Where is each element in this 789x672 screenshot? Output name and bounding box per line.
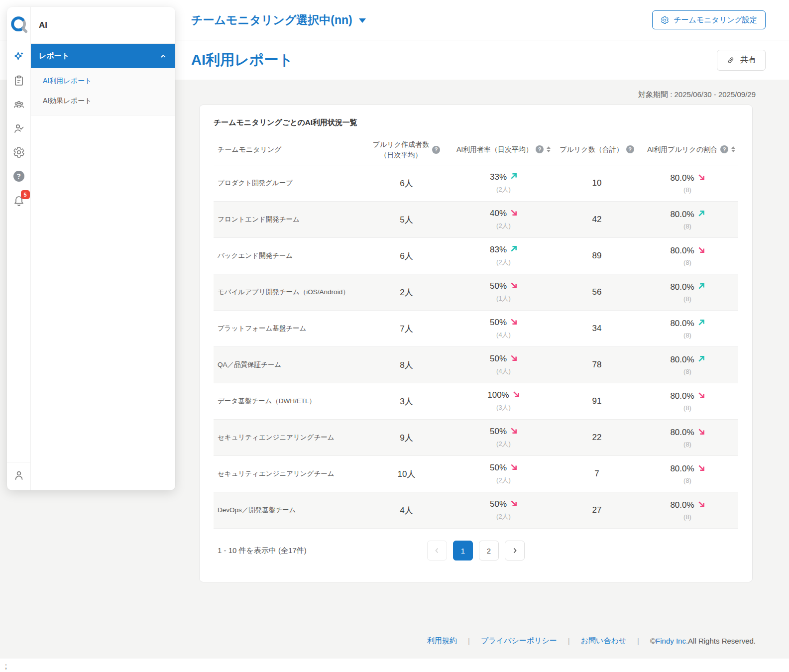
rate-sub-value: (3人) [450, 403, 557, 412]
team-monitoring-selector[interactable]: チームモニタリング選択中(nn) [191, 12, 366, 28]
teams-group-icon[interactable] [13, 99, 25, 111]
team-selector-label: チームモニタリング選択中(nn) [191, 12, 352, 28]
help-icon[interactable]: ? [432, 146, 440, 154]
column-ai-pr-ratio: AI利用プルリクの割合 ? [637, 144, 738, 154]
member-check-icon[interactable] [13, 122, 25, 134]
ai-usage-rate-cell: 50% (2人) [450, 499, 557, 521]
page-button-1[interactable]: 1 [453, 541, 473, 560]
pr-authors-value: 6人 [363, 178, 450, 189]
trend-down-icon [510, 318, 517, 325]
page-button-2[interactable]: 2 [479, 541, 499, 560]
rate-trend [510, 245, 517, 255]
prev-page-button[interactable] [427, 541, 447, 560]
footer-links: 利用規約|プライバシーポリシー|お問い合わせ| [427, 636, 650, 646]
rate-value: 50% [490, 354, 507, 364]
chevron-down-icon [359, 18, 366, 23]
trend-down-icon [510, 354, 517, 361]
ratio-sub-value: (8) [637, 186, 738, 194]
next-page-button[interactable] [505, 541, 525, 560]
footer-separator: | [637, 637, 639, 645]
notifications-bell-icon[interactable]: 5 [13, 194, 25, 206]
team-monitoring-settings-button[interactable]: チームモニタリング設定 [652, 10, 766, 29]
table-row: バックエンド開発チーム 6人 83% (2人) 89 80.0% (8) [214, 238, 738, 274]
footer-link[interactable]: プライバシーポリシー [481, 636, 557, 646]
ai-usage-rate-cell: 33% (2人) [450, 172, 557, 194]
findy-logo[interactable] [9, 15, 28, 34]
account-person-icon[interactable] [13, 469, 25, 481]
help-icon[interactable]: ? [626, 145, 634, 153]
trend-down-icon [698, 428, 705, 435]
page-title: AI利用レポート [191, 50, 293, 70]
period-label: 対象期間 : 2025/06/30 - 2025/09/29 [638, 90, 756, 100]
pr-authors-value: 6人 [363, 250, 450, 262]
column-team: チームモニタリング [214, 144, 363, 154]
ratio-trend [698, 173, 705, 183]
table-row: モバイルアプリ開発チーム（iOS/Android） 2人 50% (1人) 56… [214, 274, 738, 311]
ai-usage-rate-cell: 83% (2人) [450, 245, 557, 267]
rate-trend [510, 354, 517, 364]
ratio-sub-value: (8) [637, 223, 738, 230]
trend-down-icon [510, 209, 517, 216]
ratio-value: 80.0% [670, 246, 694, 256]
team-name: データ基盤チーム（DWH/ETL） [214, 397, 363, 406]
trend-up-icon [510, 173, 517, 180]
rate-trend [510, 209, 517, 219]
rate-value: 50% [490, 463, 507, 473]
sort-icon[interactable] [731, 146, 735, 152]
sidebar-item-ai-effect-report[interactable]: AI効果レポート [31, 91, 175, 111]
ratio-sub-value: (8) [637, 441, 738, 448]
pr-total-value: 22 [557, 433, 637, 443]
team-name: DevOps／開発基盤チーム [214, 506, 363, 515]
footer-link[interactable]: 利用規約 [427, 636, 457, 646]
ai-pr-ratio-cell: 80.0% (8) [637, 210, 738, 230]
pr-authors-value: 4人 [363, 505, 450, 516]
ai-pr-ratio-cell: 80.0% (8) [637, 428, 738, 448]
rate-value: 50% [490, 427, 507, 437]
ratio-trend [698, 246, 705, 256]
settings-gear-icon[interactable] [13, 146, 25, 158]
ai-usage-rate-cell: 50% (1人) [450, 281, 557, 303]
ai-pr-ratio-cell: 80.0% (8) [637, 500, 738, 521]
stray-character: ; [5, 662, 7, 670]
sort-icon[interactable] [547, 146, 551, 152]
ratio-value: 80.0% [670, 464, 694, 474]
trend-down-icon [698, 392, 705, 399]
help-icon[interactable]: ? [720, 145, 728, 153]
footer-link[interactable]: お問い合わせ [581, 636, 626, 646]
pr-total-value: 10 [557, 178, 637, 188]
sidebar-item-ai-usage-report[interactable]: AI利用レポート [31, 71, 175, 91]
table-title: チームモニタリングごとのAI利用状況一覧 [214, 118, 738, 127]
ai-usage-rate-cell: 40% (2人) [450, 209, 557, 230]
help-icon[interactable]: ? [536, 145, 544, 153]
ratio-value: 80.0% [670, 428, 694, 438]
table-row: フロントエンド開発チーム 5人 40% (2人) 42 80.0% (8) [214, 202, 738, 238]
ratio-sub-value: (8) [637, 332, 738, 339]
pr-total-value: 42 [557, 215, 637, 224]
pr-authors-value: 2人 [363, 287, 450, 298]
copyright-text: All Rights Reserved. [688, 637, 756, 645]
rate-trend [510, 463, 517, 473]
help-icon[interactable]: ? [13, 170, 25, 182]
copyright-company-link[interactable]: Findy Inc. [656, 637, 688, 645]
share-button[interactable]: 共有 [717, 50, 766, 71]
rate-sub-value: (2人) [450, 440, 557, 448]
sidebar: ? 5 AI レポート AI利用レポート AI効果レポート [7, 7, 175, 490]
trend-up-icon [698, 319, 705, 326]
rate-trend [513, 390, 520, 400]
ratio-trend [698, 319, 705, 329]
table-header-row: チームモニタリング プルリク作成者数 （日次平均） ? AI利用者率（日次平均）… [214, 134, 738, 165]
ratio-value: 80.0% [670, 210, 694, 220]
ratio-sub-value: (8) [637, 513, 738, 521]
share-button-label: 共有 [740, 55, 756, 65]
ai-pr-ratio-cell: 80.0% (8) [637, 464, 738, 484]
clipboard-icon[interactable] [13, 75, 25, 87]
menu-header-label: レポート [39, 51, 69, 61]
ai-sparkle-icon[interactable] [13, 51, 25, 63]
table-row: セキュリティエンジニアリングチーム 10人 50% (2人) 7 80.0% (… [214, 456, 738, 492]
trend-up-icon [510, 245, 517, 252]
table-row: セキュリティエンジニアリングチーム 9人 50% (2人) 22 80.0% (… [214, 420, 738, 456]
ratio-value: 80.0% [670, 173, 694, 183]
menu-header-reports[interactable]: レポート [31, 44, 175, 68]
settings-button-label: チームモニタリング設定 [674, 15, 757, 25]
product-label: AI [31, 7, 175, 44]
